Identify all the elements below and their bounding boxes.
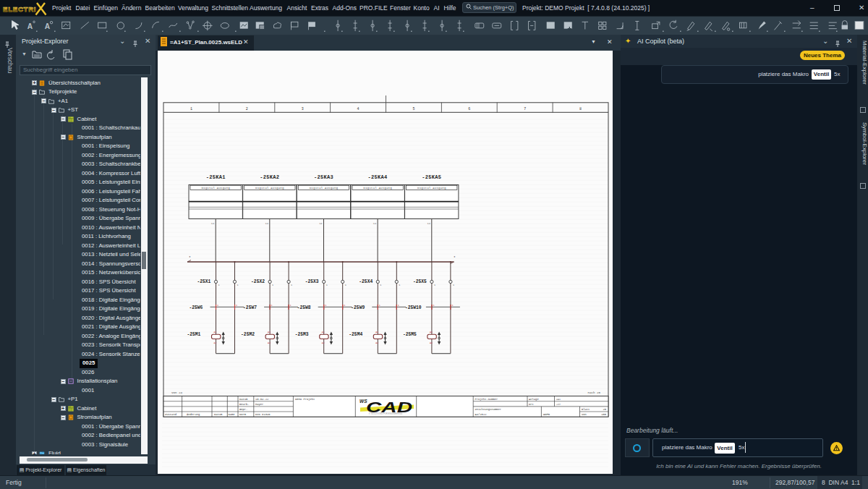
svg-text:1: 1 xyxy=(190,107,192,111)
svg-text:1: 1 xyxy=(217,304,218,307)
svg-text:14: 14 xyxy=(211,222,214,225)
svg-text:Digital Ausgang: Digital Ausgang xyxy=(255,186,284,190)
svg-text:A1: A1 xyxy=(430,331,433,333)
svg-text:A2: A2 xyxy=(322,341,325,344)
svg-text:Norm: Norm xyxy=(239,413,247,416)
svg-text:Blatt: Blatt xyxy=(582,408,590,411)
svg-text:Projekt-Nummer: Projekt-Nummer xyxy=(475,398,498,401)
svg-text:A2: A2 xyxy=(375,341,378,344)
svg-text:1: 1 xyxy=(326,284,328,286)
svg-text:A1: A1 xyxy=(375,331,378,333)
svg-text:6: 6 xyxy=(468,107,470,111)
svg-text:14: 14 xyxy=(427,222,430,225)
svg-text:1: 1 xyxy=(379,304,380,307)
svg-text:3: 3 xyxy=(302,107,304,111)
svg-text:-25M1: -25M1 xyxy=(187,332,201,337)
svg-text:von: von xyxy=(582,413,587,416)
svg-text:A1: A1 xyxy=(268,331,271,333)
svg-text:A2: A2 xyxy=(430,341,433,344)
svg-text:1: 1 xyxy=(291,284,292,286)
svg-text:-25X1: -25X1 xyxy=(197,279,211,284)
svg-text:-25X4: -25X4 xyxy=(359,279,373,284)
svg-text:+ST: +ST xyxy=(556,403,561,406)
svg-text:Zustand: Zustand xyxy=(165,413,176,416)
svg-text:-25X3: -25X3 xyxy=(305,279,319,284)
svg-text:-25W6: -25W6 xyxy=(190,305,203,310)
svg-text:A: A xyxy=(27,22,33,30)
svg-text:4: 4 xyxy=(357,107,359,111)
svg-text:-25M3: -25M3 xyxy=(295,332,309,337)
svg-text:1: 1 xyxy=(271,304,273,307)
svg-text:Änderung: Änderung xyxy=(187,413,200,416)
svg-text:1: 1 xyxy=(451,304,453,307)
svg-text:-25KA1: -25KA1 xyxy=(206,174,226,180)
svg-text:1: 1 xyxy=(345,284,346,286)
svg-text:Digital Ausgang: Digital Ausgang xyxy=(363,186,392,190)
svg-text:DEMO Projekt: DEMO Projekt xyxy=(295,398,315,401)
svg-text:Digital Ausgang: Digital Ausgang xyxy=(417,186,446,190)
svg-text:14: 14 xyxy=(265,222,268,225)
svg-text:-25X2: -25X2 xyxy=(251,279,265,284)
svg-text:1: 1 xyxy=(453,284,454,286)
svg-text:1: 1 xyxy=(237,284,239,286)
svg-text:-25W7: -25W7 xyxy=(243,305,257,310)
svg-text:DIN 81346: DIN 81346 xyxy=(255,413,271,416)
svg-text:1: 1 xyxy=(272,284,273,286)
svg-text:1: 1 xyxy=(398,304,399,307)
svg-text:-25M5: -25M5 xyxy=(403,332,417,337)
svg-text:A4/2022: A4/2022 xyxy=(475,413,488,416)
svg-text:-25KA4: -25KA4 xyxy=(368,174,388,180)
svg-text:1: 1 xyxy=(325,304,326,307)
svg-text:Datum: Datum xyxy=(239,398,248,401)
svg-text:1: 1 xyxy=(344,304,345,307)
svg-text:ELECTRI: ELECTRI xyxy=(3,5,36,13)
svg-text:A: A xyxy=(45,22,51,30)
svg-text:A2: A2 xyxy=(214,341,217,344)
svg-text:1: 1 xyxy=(434,284,435,286)
svg-text:-25KA5: -25KA5 xyxy=(422,174,441,180)
svg-text:Ort: Ort xyxy=(529,403,534,406)
svg-text:1: 1 xyxy=(290,304,292,307)
svg-text:14: 14 xyxy=(373,222,376,225)
svg-text:-25W9: -25W9 xyxy=(351,305,365,310)
svg-text:-25X5: -25X5 xyxy=(413,279,427,284)
svg-text:von 24: von 24 xyxy=(171,391,183,394)
svg-text:Digital Ausgang: Digital Ausgang xyxy=(201,186,230,190)
svg-text:nach 26: nach 26 xyxy=(587,391,600,394)
svg-text:IT SOLUTIONS FOR ENGINEERING: IT SOLUTIONS FOR ENGINEERING xyxy=(369,412,402,415)
svg-text:14: 14 xyxy=(319,222,322,225)
svg-text:-25W8: -25W8 xyxy=(297,305,311,310)
svg-text:Digital Ausgang: Digital Ausgang xyxy=(310,186,339,190)
svg-text:WDFB: WDFB xyxy=(543,413,550,416)
svg-text:*: * xyxy=(189,256,191,260)
svg-text:8: 8 xyxy=(579,107,582,111)
svg-text:1: 1 xyxy=(433,304,434,307)
svg-text:2: 2 xyxy=(246,107,248,111)
svg-text:-25KA2: -25KA2 xyxy=(260,174,279,180)
svg-text:1: 1 xyxy=(399,284,400,286)
svg-text:150: 150 xyxy=(601,413,607,416)
svg-text:Zeichnungsnummer: Zeichnungsnummer xyxy=(475,408,501,411)
svg-text:A1: A1 xyxy=(214,331,217,333)
svg-text:1: 1 xyxy=(236,304,237,307)
svg-text:7: 7 xyxy=(524,107,526,111)
svg-text:-25W10: -25W10 xyxy=(405,305,422,310)
svg-text:-25M4: -25M4 xyxy=(349,332,362,337)
svg-text:Anlage: Anlage xyxy=(529,398,539,401)
svg-text:=A1: =A1 xyxy=(556,398,561,401)
svg-text:1: 1 xyxy=(218,284,220,286)
svg-text:-25M2: -25M2 xyxy=(241,332,255,337)
svg-text:-25KA3: -25KA3 xyxy=(314,174,333,180)
svg-text:5: 5 xyxy=(412,107,414,111)
svg-text:Name: Name xyxy=(229,413,236,416)
svg-text:Mayer: Mayer xyxy=(255,403,263,406)
svg-text:A2: A2 xyxy=(268,341,271,344)
svg-text:Gepr.: Gepr. xyxy=(239,408,247,411)
svg-text:1: 1 xyxy=(380,284,381,286)
svg-text:A1: A1 xyxy=(322,331,325,333)
svg-text:*: * xyxy=(454,256,456,260)
svg-text:Bearb.: Bearb. xyxy=(239,403,250,406)
svg-text:25: 25 xyxy=(603,408,606,411)
svg-text:Datum: Datum xyxy=(214,413,223,416)
svg-text:10.04.22: 10.04.22 xyxy=(255,398,269,401)
